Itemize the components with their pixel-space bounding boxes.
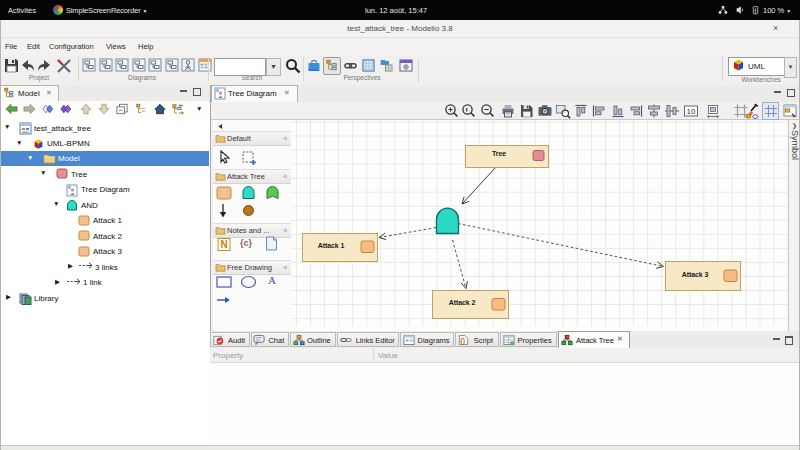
svg-text:{}: {}	[460, 337, 465, 345]
svg-text:N: N	[221, 239, 228, 250]
